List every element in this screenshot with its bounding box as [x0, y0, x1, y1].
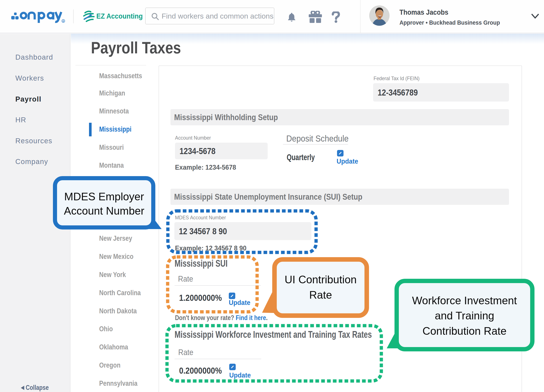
svg-text:R: R — [62, 20, 64, 23]
